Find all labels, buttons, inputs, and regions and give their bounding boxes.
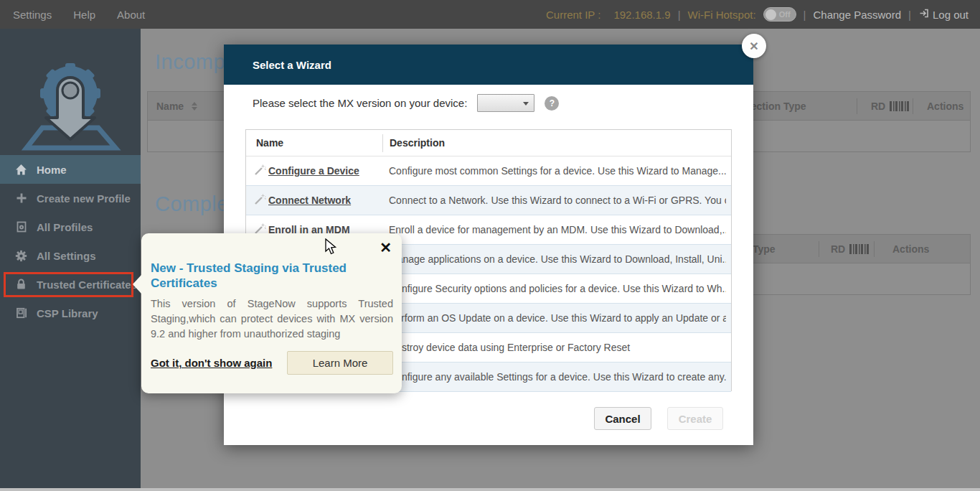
wifi-hotspot-label: Wi-Fi Hotspot: bbox=[688, 9, 756, 21]
trusted-staging-tooltip: ✕ New - Trusted Staging via Trusted Cert… bbox=[141, 233, 402, 393]
divider: | bbox=[804, 9, 806, 21]
wand-icon bbox=[254, 164, 266, 179]
home-icon bbox=[15, 164, 27, 176]
change-password-link[interactable]: Change Password bbox=[813, 9, 901, 21]
sidebar-item-label: All Settings bbox=[37, 250, 96, 262]
wizard-row-connect-network[interactable]: Connect Network Connect to a Network. Us… bbox=[246, 186, 731, 215]
column-header-actions: Actions bbox=[892, 235, 929, 263]
cancel-button[interactable]: Cancel bbox=[594, 407, 651, 430]
top-menu: Settings Help About bbox=[0, 9, 145, 21]
learn-more-button[interactable]: Learn More bbox=[287, 351, 393, 375]
wifi-hotspot-toggle[interactable]: Off bbox=[763, 7, 796, 22]
wizard-description: Configure Security options and policies … bbox=[389, 283, 726, 294]
wizard-list-header: Name Description bbox=[246, 130, 731, 156]
wizard-description: Enroll a device for management by an MDM… bbox=[389, 224, 726, 235]
divider bbox=[857, 98, 857, 114]
sidebar-item-label: All Profiles bbox=[37, 221, 93, 233]
stagenow-logo bbox=[17, 49, 124, 159]
sidebar-nav: Home Create new Profile All Profiles bbox=[0, 155, 141, 327]
current-ip-value: 192.168.1.9 bbox=[613, 9, 670, 21]
sidebar-item-create-new-profile[interactable]: Create new Profile bbox=[0, 184, 141, 212]
column-header-rd: RD bbox=[871, 92, 910, 121]
dialog-footer: Cancel Create bbox=[224, 407, 753, 430]
wizard-name-column-header: Name bbox=[256, 130, 283, 156]
wizard-description-column-header: Description bbox=[390, 130, 445, 156]
logout-link[interactable]: Log out bbox=[918, 8, 969, 21]
stagenow-app-window: Settings Help About Current IP : 192.168… bbox=[0, 0, 980, 491]
wand-icon bbox=[254, 193, 266, 208]
wizard-name-link[interactable]: Connect Network bbox=[268, 195, 382, 206]
sidebar: Home Create new Profile All Profiles bbox=[0, 29, 141, 491]
dialog-close-button[interactable]: ✕ bbox=[742, 34, 766, 58]
divider: | bbox=[908, 9, 911, 21]
mx-version-label: Please select the MX version on your dev… bbox=[253, 97, 467, 109]
sidebar-item-home[interactable]: Home bbox=[0, 155, 141, 184]
logout-icon bbox=[918, 8, 929, 21]
profiles-icon bbox=[15, 221, 27, 233]
sidebar-item-label: Create new Profile bbox=[37, 192, 131, 205]
column-header-actions: Actions bbox=[927, 92, 963, 121]
menu-about[interactable]: About bbox=[117, 9, 145, 21]
sort-icon bbox=[192, 102, 197, 111]
sidebar-item-csp-library[interactable]: CSP Library bbox=[0, 299, 141, 327]
help-icon[interactable]: ? bbox=[545, 96, 559, 111]
barcode-icon bbox=[890, 101, 910, 111]
mx-version-row: Please select the MX version on your dev… bbox=[253, 94, 559, 112]
barcode-icon bbox=[849, 244, 870, 254]
wizard-row-configure-a-device[interactable]: Configure a Device Configure most common… bbox=[246, 156, 731, 186]
tooltip-body-text: This version of StageNow supports Truste… bbox=[151, 296, 393, 342]
wizard-description: Perform an OS Update on a device. Use th… bbox=[389, 312, 726, 324]
divider bbox=[382, 134, 383, 152]
tour-highlight-box bbox=[4, 272, 133, 297]
logout-label: Log out bbox=[933, 9, 969, 21]
tooltip-pointer bbox=[133, 275, 141, 294]
menu-settings[interactable]: Settings bbox=[13, 9, 52, 21]
sidebar-item-label: CSP Library bbox=[37, 307, 98, 319]
top-menu-bar: Settings Help About Current IP : 192.168… bbox=[0, 0, 980, 29]
tooltip-close-icon[interactable]: ✕ bbox=[380, 239, 392, 256]
wizard-description: Connect to a Network. Use this Wizard to… bbox=[389, 195, 726, 206]
divider bbox=[874, 241, 875, 257]
column-header-rd: RD bbox=[831, 235, 870, 263]
dismiss-link[interactable]: Got it, don't show again bbox=[151, 357, 272, 369]
library-icon bbox=[15, 307, 27, 319]
divider bbox=[819, 241, 819, 257]
sidebar-item-all-settings[interactable]: All Settings bbox=[0, 241, 141, 270]
toggle-knob bbox=[765, 9, 776, 20]
dialog-title: Select a Wizard bbox=[253, 59, 331, 71]
column-header-name[interactable]: Name bbox=[156, 92, 197, 121]
wizard-description: Destroy device data using Enterprise or … bbox=[389, 342, 726, 353]
gear-icon bbox=[15, 250, 27, 262]
divider: | bbox=[678, 9, 681, 21]
plus-icon bbox=[15, 192, 27, 205]
tooltip-footer: Got it, don't show again Learn More bbox=[151, 351, 393, 375]
current-ip-label: Current IP : bbox=[546, 9, 600, 21]
chevron-down-icon bbox=[523, 102, 529, 106]
mx-version-select[interactable] bbox=[477, 94, 534, 112]
tooltip-title: New - Trusted Staging via Trusted Certif… bbox=[151, 261, 380, 291]
wizard-description: Configure any available Settings for a d… bbox=[389, 371, 726, 383]
topbar-status-area: Current IP : 192.168.1.9 | Wi-Fi Hotspot… bbox=[546, 7, 980, 22]
toggle-state-label: Off bbox=[779, 10, 796, 19]
wizard-name-link[interactable]: Configure a Device bbox=[268, 165, 382, 177]
sidebar-item-all-profiles[interactable]: All Profiles bbox=[0, 212, 141, 241]
wizard-description: Configure most common Settings for a dev… bbox=[389, 165, 726, 177]
create-button[interactable]: Create bbox=[667, 407, 723, 430]
divider bbox=[913, 98, 913, 114]
wizard-description: Manage applications on a device. Use thi… bbox=[389, 253, 726, 265]
menu-help[interactable]: Help bbox=[73, 9, 95, 21]
dialog-header: Select a Wizard bbox=[224, 45, 753, 85]
bottom-strip bbox=[0, 488, 980, 491]
sidebar-item-label: Home bbox=[37, 164, 67, 176]
